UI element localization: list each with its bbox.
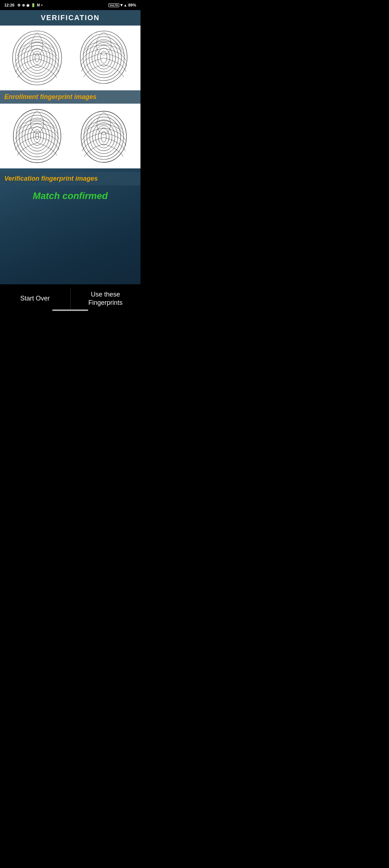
battery-charging-icon: 🔋 <box>31 3 35 7</box>
enrollment-fingerprints-row <box>0 26 140 90</box>
status-left: 12:26 ⚙ ⊕ ◉ 🔋 M • <box>4 3 43 7</box>
verification-fingerprint-left <box>8 107 66 165</box>
lower-content-area: Verification fingerprint images Match co… <box>0 168 140 284</box>
match-status-area: Match confirmed <box>0 185 140 205</box>
enrollment-label: Enrollment fingerprint images <box>4 93 97 100</box>
page-title: VERIFICATION <box>41 14 100 22</box>
enrollment-fingerprints-section: Enrollment fingerprint images <box>0 26 140 168</box>
verification-fingerprints-row <box>0 104 140 168</box>
enrollment-fingerprint-left <box>8 29 66 87</box>
bottom-action-bar: Start Over Use theseFingerprints <box>0 284 140 313</box>
settings-icon: ⚙ <box>17 3 21 7</box>
enrollment-label-banner: Enrollment fingerprint images <box>0 90 140 104</box>
status-right: VoLTE ▾ ▲ 89% <box>108 3 136 8</box>
dot-icon: • <box>41 3 43 7</box>
verification-label: Verification fingerprint images <box>4 175 98 182</box>
nav-home-indicator <box>52 309 88 311</box>
svg-rect-29 <box>75 107 133 165</box>
enrollment-fingerprint-right <box>75 29 133 87</box>
app-header: VERIFICATION <box>0 10 140 26</box>
status-bar: 12:26 ⚙ ⊕ ◉ 🔋 M • VoLTE ▾ ▲ 89% <box>0 0 140 10</box>
wifi-icon: ▾ <box>120 3 122 8</box>
verification-label-banner: Verification fingerprint images <box>0 172 140 185</box>
verification-fingerprint-right <box>75 107 133 165</box>
main-scroll-area: Enrollment fingerprint images <box>0 26 140 284</box>
messenger-icon: ⊕ <box>22 3 25 7</box>
signal-icon: ▲ <box>124 3 127 7</box>
messenger2-icon: ◉ <box>26 3 30 7</box>
battery-percent: 89% <box>128 3 136 7</box>
empty-gradient-area <box>0 205 140 284</box>
volte-icon: VoLTE <box>108 3 119 7</box>
use-fingerprints-button[interactable]: Use theseFingerprints <box>71 284 141 313</box>
time-display: 12:26 <box>4 3 14 7</box>
start-over-button[interactable]: Start Over <box>0 284 70 313</box>
mail-icon: M <box>37 3 40 7</box>
use-fingerprints-label: Use theseFingerprints <box>88 290 122 307</box>
svg-rect-0 <box>8 29 66 87</box>
page-wrapper: 12:26 ⚙ ⊕ ◉ 🔋 M • VoLTE ▾ ▲ 89% VERIFICA… <box>0 0 140 313</box>
match-confirmed-label: Match confirmed <box>33 190 108 201</box>
